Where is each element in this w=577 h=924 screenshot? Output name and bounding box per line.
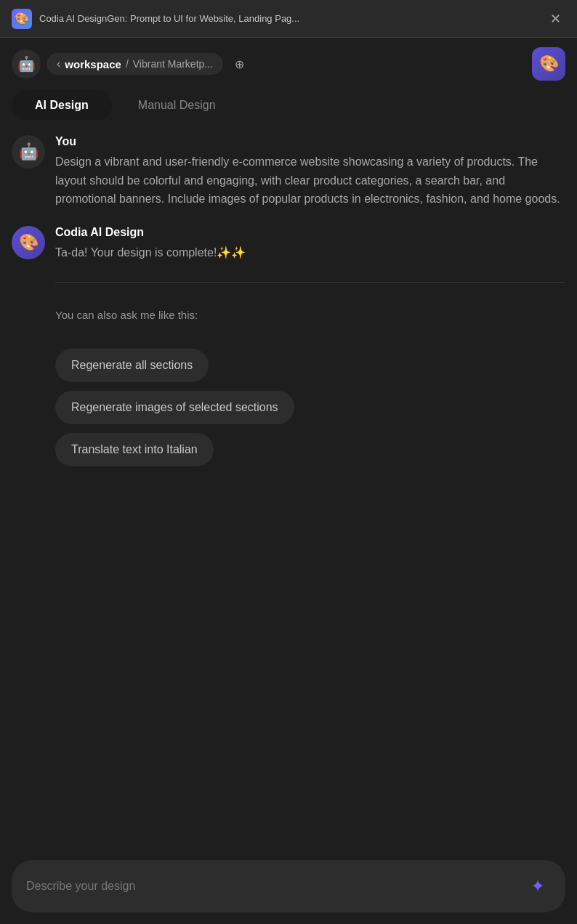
chat-divider	[55, 282, 565, 283]
suggestion-regenerate-images[interactable]: Regenerate images of selected sections	[55, 391, 294, 424]
palette-icon: 🎨	[539, 54, 559, 73]
suggestions-list: Regenerate all sections Regenerate image…	[55, 349, 565, 466]
chat-area: 🤖 You Design a vibrant and user-friendly…	[0, 135, 577, 466]
user-message: 🤖 You Design a vibrant and user-friendly…	[12, 135, 565, 208]
input-bar: Describe your design ✦	[0, 848, 577, 924]
workspace-label: workspace	[65, 58, 121, 70]
ai-message-content: Codia AI Design Ta-da! Your design is co…	[55, 226, 565, 262]
input-placeholder: Describe your design	[26, 880, 135, 893]
tab-bar: AI Design Manual Design	[0, 90, 577, 121]
ai-completion-text: Ta-da! Your design is complete!✨✨	[55, 243, 565, 262]
user-avatar: 🤖	[12, 135, 45, 169]
suggestion-regenerate-all[interactable]: Regenerate all sections	[55, 349, 209, 382]
title-bar: 🎨 Codia AI DesignGen: Prompt to UI for W…	[0, 0, 577, 38]
codia-icon: 🎨	[15, 12, 29, 25]
suggestion-translate-italian[interactable]: Translate text into Italian	[55, 433, 214, 466]
nav-bar: 🤖 ‹ workspace / Vibrant Marketp... ⊕ 🎨	[0, 38, 577, 90]
tab-manual-design[interactable]: Manual Design	[115, 90, 239, 121]
ai-name: Codia AI Design	[55, 226, 565, 239]
logo-icon: 🤖	[17, 55, 36, 73]
sparkle-icon: ✦	[530, 876, 545, 896]
breadcrumb-separator: /	[126, 58, 129, 70]
target-icon[interactable]: ⊕	[235, 57, 244, 71]
nav-left-group: 🤖 ‹ workspace / Vibrant Marketp... ⊕	[12, 49, 244, 78]
user-name: You	[55, 135, 565, 148]
sparkle-button[interactable]: ✦	[525, 873, 551, 899]
title-bar-title: Codia AI DesignGen: Prompt to UI for Web…	[39, 13, 299, 24]
nav-logo: 🤖	[12, 49, 41, 78]
project-label: Vibrant Marketp...	[133, 58, 213, 70]
ai-avatar: 🎨	[12, 226, 45, 259]
tab-ai-design[interactable]: AI Design	[12, 90, 112, 121]
title-bar-left: 🎨 Codia AI DesignGen: Prompt to UI for W…	[12, 9, 299, 29]
ai-avatar-icon: 🎨	[19, 233, 39, 252]
input-container[interactable]: Describe your design ✦	[12, 860, 565, 912]
back-arrow-icon: ‹	[57, 57, 60, 70]
close-icon: ✕	[550, 11, 561, 27]
user-avatar-icon: 🤖	[19, 142, 39, 161]
user-message-text: Design a vibrant and user-friendly e-com…	[55, 153, 565, 208]
ai-message: 🎨 Codia AI Design Ta-da! Your design is …	[12, 226, 565, 262]
suggestion-header: You can also ask me like this:	[55, 309, 565, 321]
title-bar-icon: 🎨	[12, 9, 32, 29]
avatar-button[interactable]: 🎨	[532, 47, 565, 81]
user-message-content: You Design a vibrant and user-friendly e…	[55, 135, 565, 208]
close-button[interactable]: ✕	[545, 9, 565, 29]
nav-breadcrumb[interactable]: ‹ workspace / Vibrant Marketp...	[47, 53, 223, 75]
